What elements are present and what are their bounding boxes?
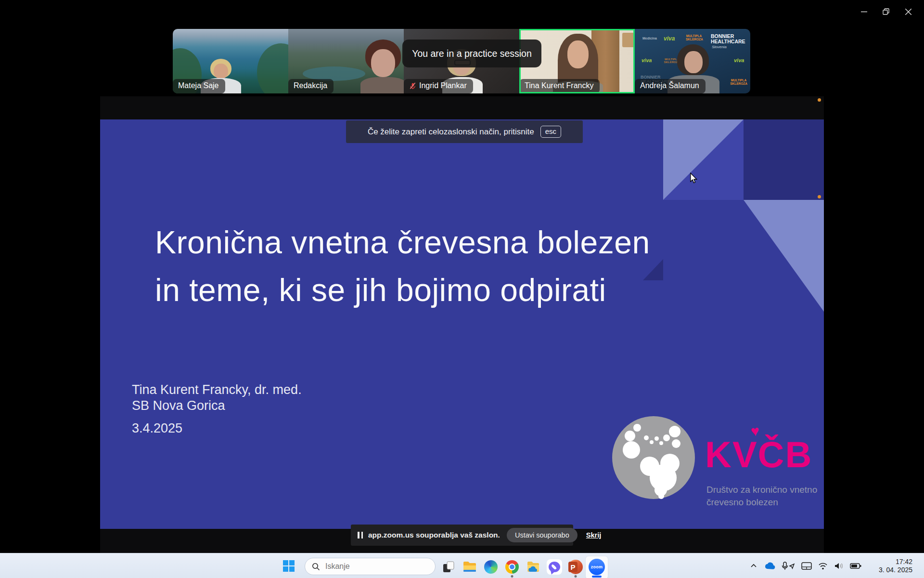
running-indicator	[575, 575, 577, 578]
shelf-decoration	[622, 33, 635, 47]
taskbar: P zoom	[0, 553, 924, 578]
participant-name: Ingrid Plankar	[419, 81, 467, 90]
practice-session-banner: You are in a practice session	[402, 39, 541, 67]
participant-tile-andreja-salamun[interactable]: Medicina viva MULTIPLA SKLEROZA BONNIER …	[635, 29, 750, 93]
microphone-in-use-icon[interactable]	[782, 562, 795, 570]
zoom-icon-label: zoom	[591, 565, 603, 569]
muted-mic-icon	[409, 82, 416, 90]
running-indicator	[511, 575, 513, 578]
person-silhouette	[214, 64, 228, 79]
slide-institution: SB Nova Gorica	[132, 398, 302, 414]
restore-button[interactable]	[875, 3, 897, 20]
wall-text-multipla: MULTIPLA SKLEROZA	[686, 35, 702, 41]
clock-time: 17:42	[879, 558, 912, 566]
clock-date: 3. 04. 2025	[879, 566, 912, 574]
participant-name-label: Andreja Šalamun	[635, 79, 706, 93]
recording-indicator-dot	[818, 195, 821, 198]
battery-icon[interactable]	[850, 563, 861, 569]
pause-icon	[358, 532, 363, 539]
participant-name: Tina Kurent Francky	[525, 81, 593, 90]
participant-name: Andreja Šalamun	[640, 81, 699, 90]
shoreline-decoration	[257, 43, 288, 93]
wall-text-viva2: viva	[642, 58, 652, 63]
windows-logo-icon	[282, 560, 295, 572]
wall-text-slovenia: Slovenia	[712, 45, 727, 49]
slide-decoration-triangle-light2	[744, 200, 824, 312]
edge-icon	[484, 560, 498, 574]
person-silhouette	[684, 51, 703, 73]
fullscreen-exit-banner: Če želite zapreti celozaslonski način, p…	[346, 120, 583, 143]
slide-title-line1: Kronična vnetna črevesna bolezen	[155, 219, 650, 266]
onedrive-folder-button[interactable]	[523, 555, 544, 578]
zoom-button[interactable]: zoom	[586, 555, 607, 578]
start-button[interactable]	[278, 554, 299, 578]
system-tray	[750, 553, 861, 578]
viber-button[interactable]	[544, 555, 565, 578]
wall-text-medicina: Medicina	[642, 37, 657, 40]
search-icon	[312, 563, 320, 571]
kvcb-logo-subtitle: Društvo za kronično vnetno črevesno bole…	[706, 484, 817, 509]
wall-text-viva3: viva	[734, 58, 744, 63]
participant-tile-redakcija[interactable]: Redakcija	[288, 29, 404, 93]
active-app-underline	[592, 576, 602, 578]
esc-banner-text: Če želite zapreti celozaslonski način, p…	[368, 127, 534, 137]
search-input[interactable]	[324, 562, 413, 571]
minimize-button[interactable]	[853, 3, 875, 20]
wall-text-bonnier: BONNIER HEALTHCARE	[711, 34, 742, 44]
powerpoint-button[interactable]: P	[565, 555, 586, 578]
esc-key-hint: esc	[540, 126, 561, 138]
powerpoint-letter: P	[568, 562, 578, 572]
kvcb-subtitle-line2: črevesno bolezen	[706, 496, 817, 509]
folder-cloud-icon	[526, 561, 540, 573]
person-silhouette	[360, 77, 404, 93]
person-silhouette	[371, 49, 395, 77]
close-button[interactable]	[897, 3, 919, 20]
hide-share-bar-link[interactable]: Skrij	[586, 531, 601, 539]
kvcb-subtitle-line1: Društvo za kronično vnetno	[706, 484, 817, 496]
wall-text-multipla3: MULTIPLA SKLEROZA	[730, 79, 747, 85]
chrome-icon	[505, 560, 519, 574]
kvcb-heart-icon: ♥	[750, 422, 760, 440]
powerpoint-icon: P	[568, 560, 583, 574]
wifi-icon[interactable]	[818, 562, 828, 570]
mouse-cursor	[690, 172, 698, 186]
zoom-icon: zoom	[589, 559, 605, 575]
slide-title-line2: in teme, ki se jih bojimo odpirati	[155, 266, 650, 314]
stop-share-button[interactable]: Ustavi souporabo	[507, 528, 578, 542]
kvcb-logo-circle	[612, 416, 695, 499]
wall-text-viva: viva	[664, 36, 675, 41]
touchpad-icon[interactable]	[801, 562, 812, 570]
presentation-slide: Če želite zapreti celozaslonski način, p…	[100, 119, 824, 529]
screen: Mateja Saje Redakcija	[0, 0, 924, 578]
participant-name-label: Redakcija	[288, 79, 334, 93]
participant-name-label: Tina Kurent Francky	[519, 79, 600, 93]
chrome-button[interactable]	[501, 555, 523, 578]
slide-title: Kronična vnetna črevesna bolezen in teme…	[155, 219, 650, 314]
volume-icon[interactable]	[834, 562, 844, 570]
taskbar-search[interactable]	[305, 558, 436, 575]
practice-session-text: You are in a practice session	[412, 48, 532, 59]
share-message: app.zoom.us souporablja vaš zaslon.	[368, 531, 500, 539]
viber-icon	[547, 559, 562, 575]
slide-author: Tina Kurent Francky, dr. med.	[132, 382, 302, 398]
task-view-button[interactable]	[438, 555, 459, 578]
window-controls	[853, 3, 919, 20]
participant-name: Mateja Saje	[178, 81, 219, 90]
recording-indicator-dot	[818, 98, 821, 102]
shared-screen-area: Če želite zapreti celozaslonski način, p…	[100, 96, 824, 553]
participant-name-label: Ingrid Plankar	[404, 79, 473, 93]
participant-name-label: Mateja Saje	[173, 79, 225, 93]
edge-button[interactable]	[480, 555, 501, 578]
file-explorer-icon	[462, 561, 477, 573]
slide-decoration-square-dark	[744, 119, 824, 200]
person-silhouette	[567, 40, 589, 68]
task-view-icon	[442, 561, 455, 573]
taskbar-clock[interactable]: 17:42 3. 04. 2025	[879, 558, 912, 574]
participant-tile-mateja-saje[interactable]: Mateja Saje	[173, 29, 288, 93]
participant-name: Redakcija	[294, 81, 327, 90]
kvcb-logo-text: KVČB	[705, 434, 812, 475]
tray-expand-chevron-icon[interactable]	[750, 562, 757, 570]
onedrive-tray-icon[interactable]	[764, 562, 775, 570]
slide-author-block: Tina Kurent Francky, dr. med. SB Nova Go…	[132, 382, 302, 436]
file-explorer-button[interactable]	[459, 555, 480, 578]
